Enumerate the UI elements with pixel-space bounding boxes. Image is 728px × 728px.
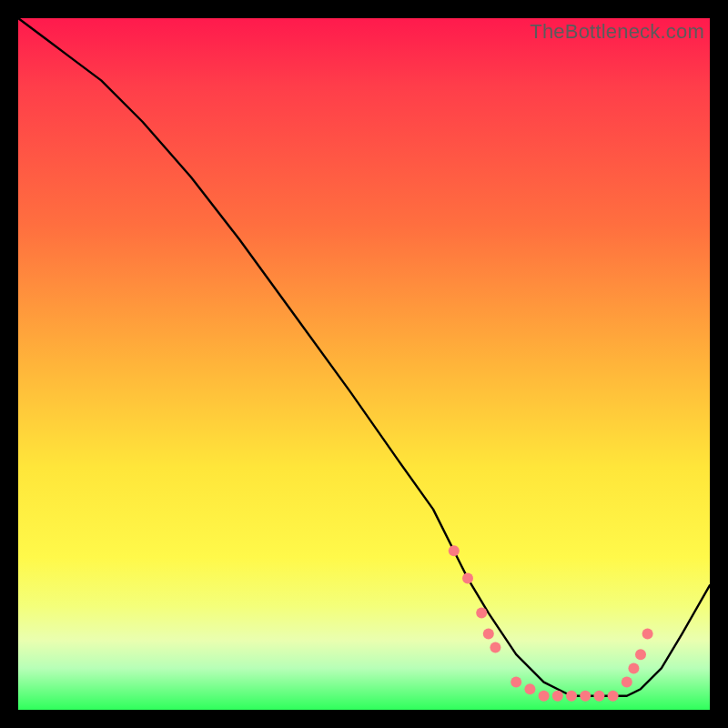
data-point: [622, 677, 632, 688]
data-point: [628, 662, 639, 673]
data-point: [552, 691, 563, 702]
data-point: [524, 683, 535, 694]
data-point: [483, 628, 494, 639]
data-point: [635, 649, 646, 660]
data-point: [608, 691, 619, 702]
data-point: [539, 691, 550, 702]
chart-frame: TheBottleneck.com: [0, 0, 728, 728]
marker-group: [449, 545, 653, 702]
data-point: [490, 642, 500, 653]
data-point: [580, 691, 591, 702]
data-point: [511, 677, 521, 688]
bottleneck-curve: [18, 18, 710, 696]
data-point: [566, 691, 577, 702]
data-point: [449, 545, 460, 556]
curve-svg: [18, 18, 710, 710]
data-point: [642, 628, 653, 639]
data-point: [476, 608, 487, 619]
plot-area: TheBottleneck.com: [18, 18, 710, 710]
data-point: [593, 691, 604, 702]
data-point: [462, 573, 473, 584]
